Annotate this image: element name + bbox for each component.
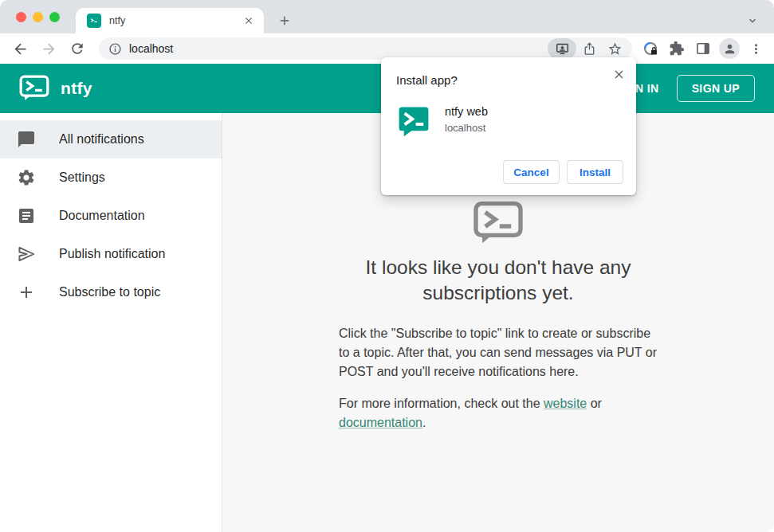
ntfy-favicon-icon [87, 14, 101, 28]
cancel-button[interactable]: Cancel [503, 160, 560, 184]
close-window-button[interactable] [16, 12, 26, 22]
sidebar-item-subscribe-to-topic[interactable]: Subscribe to topic [0, 273, 222, 311]
brand-name: ntfy [61, 79, 92, 98]
bookmark-star-icon[interactable] [602, 38, 627, 59]
chat-bubble-icon [17, 130, 36, 149]
minimize-window-button[interactable] [33, 12, 43, 22]
menu-dots-icon[interactable] [745, 38, 766, 59]
share-icon[interactable] [576, 38, 602, 59]
browser-tab[interactable]: ntfy [76, 8, 264, 33]
url-text[interactable]: localhost [129, 42, 548, 55]
dialog-title: Install app? [396, 73, 458, 87]
tab-title: ntfy [109, 15, 242, 26]
tab-search-chevron-icon[interactable] [744, 12, 761, 29]
browser-window: ntfy localhost [0, 0, 774, 532]
website-link[interactable]: website [544, 397, 587, 410]
new-tab-icon[interactable] [274, 10, 295, 31]
ntfy-app-icon [397, 104, 430, 138]
side-panel-icon[interactable] [693, 38, 713, 59]
forward-icon[interactable] [38, 38, 59, 59]
sidebar-item-label: All notifications [59, 132, 144, 147]
more-info-middle: or [587, 397, 602, 410]
sidebar-item-all-notifications[interactable]: All notifications [0, 120, 222, 158]
toolbar-right-cluster [640, 38, 766, 59]
more-info-paragraph: For more information, check out the webs… [339, 394, 658, 432]
sidebar-item-documentation[interactable]: Documentation [0, 197, 222, 235]
lock-extension-icon[interactable] [640, 38, 661, 59]
info-icon[interactable] [108, 42, 122, 56]
documentation-link[interactable]: documentation [339, 416, 422, 429]
more-info-suffix: . [422, 416, 426, 429]
sidebar-item-label: Settings [59, 170, 105, 185]
dialog-buttons: Cancel Install [503, 160, 623, 184]
sidebar-item-label: Documentation [59, 209, 145, 223]
sidebar-item-settings[interactable]: Settings [0, 158, 222, 197]
dialog-close-icon[interactable] [611, 67, 626, 81]
maximize-window-button[interactable] [49, 12, 60, 22]
profile-avatar-icon[interactable] [719, 38, 740, 59]
tab-close-icon[interactable] [242, 14, 256, 28]
install-app-icon[interactable] [548, 38, 576, 59]
install-app-dialog: Install app? ntfy web localhost Cancel I… [381, 57, 636, 195]
install-button[interactable]: Install [567, 160, 623, 184]
sidebar-item-label: Publish notification [59, 247, 165, 261]
sidebar-item-label: Subscribe to topic [59, 285, 160, 299]
back-icon[interactable] [10, 38, 30, 59]
traffic-lights [16, 12, 60, 22]
sign-up-button[interactable]: SIGN UP [677, 75, 755, 102]
plus-icon [17, 283, 36, 302]
ntfy-logo-gray-icon [339, 201, 658, 245]
empty-state-heading: It looks like you don't have any subscri… [339, 255, 658, 307]
dialog-app-name: ntfy web [445, 105, 488, 118]
reload-icon[interactable] [67, 38, 88, 59]
ntfy-logo-icon [19, 75, 49, 102]
empty-state-paragraph: Click the "Subscribe to topic" link to c… [339, 324, 658, 381]
gear-icon [17, 168, 36, 187]
dialog-app-origin: localhost [445, 122, 485, 134]
address-bar[interactable]: localhost [99, 37, 632, 60]
send-icon [17, 244, 36, 264]
sidebar: All notifications Settings Documentation… [0, 113, 222, 532]
titlebar: ntfy [0, 0, 774, 33]
extensions-puzzle-icon[interactable] [666, 38, 687, 59]
more-info-prefix: For more information, check out the [339, 397, 544, 410]
sidebar-item-publish-notification[interactable]: Publish notification [0, 235, 222, 273]
article-icon [17, 206, 36, 225]
